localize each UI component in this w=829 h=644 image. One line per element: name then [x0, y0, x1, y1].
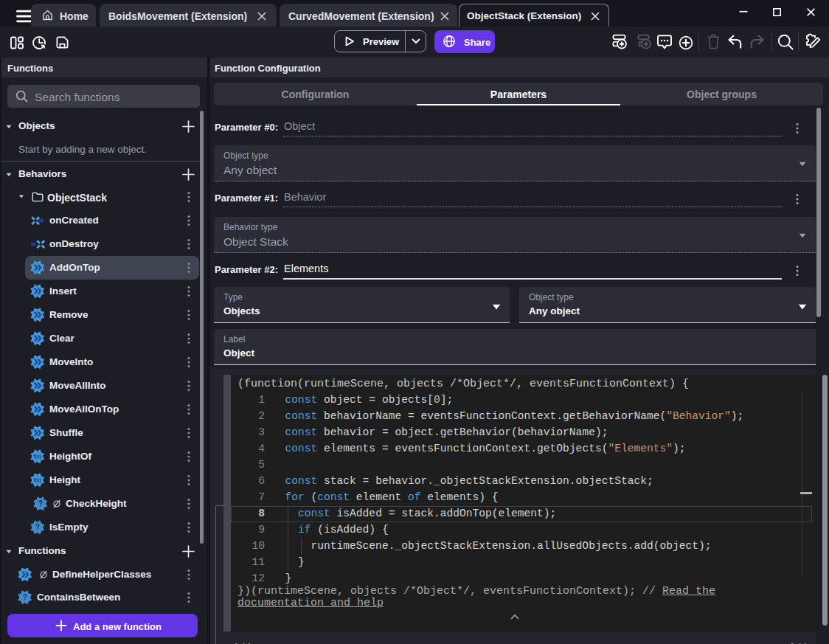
svg-text:?: ? — [38, 499, 43, 508]
svg-text:?: ? — [35, 523, 40, 531]
svg-text:?: ? — [23, 593, 27, 601]
svg-text:f(x): f(x) — [34, 454, 41, 460]
svg-text:f(x): f(x) — [34, 477, 41, 483]
